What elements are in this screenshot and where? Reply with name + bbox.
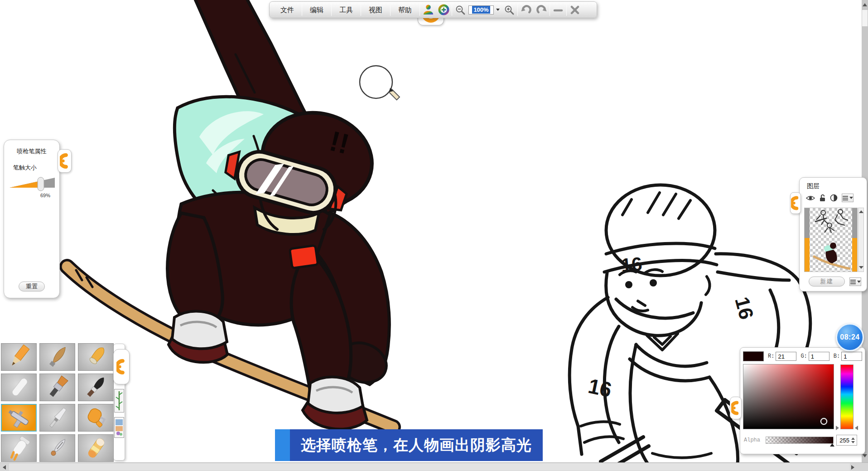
brush-cell-pencil[interactable] [1, 343, 37, 371]
alpha-label: Alpha [744, 437, 760, 443]
g-input[interactable] [809, 352, 829, 361]
crescent-handle-icon [116, 359, 126, 374]
layer-thumbnail-lineart [810, 208, 853, 236]
undo-icon [520, 4, 532, 16]
layers-scrollbar[interactable] [858, 208, 864, 272]
spin-down-icon[interactable] [851, 441, 855, 443]
brush-cell-crayon[interactable] [78, 343, 114, 371]
crescent-handle-icon [791, 196, 800, 210]
hue-marker-left-icon [836, 426, 839, 430]
layers-thumbnail-list[interactable] [804, 208, 858, 272]
color-panel-collapse-handle[interactable] [730, 397, 742, 419]
brush-size-value: 69% [4, 193, 50, 198]
layers-menu-button[interactable] [842, 194, 854, 202]
menu-help[interactable]: 帮助 [391, 3, 419, 16]
menu-file[interactable]: 文件 [273, 3, 301, 16]
brush-cell-pointed-brush[interactable] [39, 343, 75, 371]
vertical-scrollbar-thumb[interactable] [862, 10, 868, 26]
flat-brush-icon [41, 375, 74, 400]
scroll-right-icon[interactable] [851, 465, 854, 470]
slider-handle[interactable] [38, 177, 44, 191]
layers-options-button[interactable] [849, 277, 861, 286]
rainbow-globe-button[interactable] [436, 3, 451, 17]
horizontal-scrollbar[interactable] [0, 462, 868, 471]
close-icon [569, 5, 580, 15]
rainbow-avatar-icon [422, 4, 434, 16]
tutorial-banner: 选择喷枪笔，在人物画出阴影高光 [275, 429, 543, 461]
rainbow-avatar-button[interactable] [420, 3, 436, 17]
layer-row-colored[interactable] [805, 238, 857, 272]
spin-up-icon[interactable] [851, 437, 855, 440]
layer-thumbnail-colored [810, 239, 853, 271]
banner-text: 选择喷枪笔，在人物画出阴影高光 [301, 435, 532, 456]
hue-marker-right-icon [855, 426, 858, 430]
reset-button[interactable]: 重置 [19, 282, 45, 291]
airbrush-icon [3, 405, 35, 431]
brush-cell-flat-brush[interactable] [39, 374, 75, 401]
saturation-value-picker[interactable] [743, 364, 834, 429]
close-button[interactable] [567, 3, 583, 17]
red-patch [289, 245, 318, 268]
r-label: R: [768, 353, 774, 359]
contrast-icon[interactable] [830, 194, 838, 202]
palette-knife-icon [41, 405, 74, 431]
new-layer-button[interactable]: 新建 [809, 277, 845, 286]
eye-icon[interactable] [806, 195, 815, 201]
list-icon [843, 196, 848, 200]
alpha-spinner[interactable] [836, 435, 857, 446]
toolbar-separator [361, 4, 361, 16]
artwork-thumbnail-button[interactable] [114, 417, 124, 438]
b-label: B: [834, 353, 840, 359]
toolbar-separator [420, 4, 420, 16]
brush-cell-paint-tube[interactable] [1, 434, 37, 462]
hockey-number-left-sleeve: 16 [586, 374, 614, 402]
brush-cell-nib-pen[interactable] [39, 434, 75, 462]
brush-cell-eraser[interactable] [78, 434, 114, 462]
horizontal-scrollbar-track[interactable] [9, 463, 850, 471]
banner-accent-block [275, 429, 290, 461]
b-input[interactable] [841, 352, 862, 361]
props-panel-collapse-handle[interactable] [58, 149, 72, 173]
brush-cell-paint-roller[interactable] [78, 404, 114, 432]
chevron-down-icon [849, 197, 853, 199]
scroll-down-icon[interactable] [859, 266, 863, 269]
menu-tools[interactable]: 工具 [332, 3, 360, 16]
brush-cell-airbrush[interactable] [1, 404, 37, 432]
redo-button[interactable] [534, 3, 549, 17]
scroll-down-icon[interactable] [863, 454, 867, 457]
toolbar-separator [550, 4, 550, 16]
brush-cell-palette-knife[interactable] [39, 404, 75, 432]
layer-row-lineart[interactable] [805, 208, 857, 238]
minimize-button[interactable] [550, 3, 566, 17]
zoom-level-dropdown[interactable] [494, 3, 502, 17]
hue-slider[interactable] [840, 364, 854, 429]
scroll-up-icon[interactable] [859, 210, 863, 213]
zoom-level-input[interactable]: 100% [468, 5, 494, 15]
unlock-icon[interactable] [819, 194, 826, 202]
layers-panel-collapse-handle[interactable] [790, 192, 801, 214]
undo-button[interactable] [518, 3, 534, 17]
props-panel-title: 喷枪笔属性 [4, 147, 59, 155]
bamboo-thumbnail-button[interactable] [114, 389, 124, 413]
pointed-brush-icon [41, 345, 74, 370]
zoom-in-button[interactable] [502, 3, 517, 17]
menu-edit[interactable]: 编辑 [303, 3, 331, 16]
alpha-value-input[interactable] [837, 437, 849, 444]
scroll-left-icon[interactable] [3, 465, 6, 470]
scroll-up-icon[interactable] [863, 3, 867, 6]
r-input[interactable] [776, 352, 796, 361]
zoom-out-button[interactable] [453, 3, 468, 17]
main-toolbar: 文件 编辑 工具 视图 帮助 [269, 1, 597, 18]
brush-cell-ink-brush[interactable] [78, 374, 114, 401]
banner-body: 选择喷枪笔，在人物画出阴影高光 [290, 429, 543, 461]
menu-view[interactable]: 视图 [362, 3, 390, 16]
brush-size-slider[interactable] [10, 176, 55, 192]
redo-icon [535, 4, 548, 16]
alpha-slider[interactable] [766, 437, 834, 444]
brush-palette [1, 343, 114, 462]
chalk-icon [3, 375, 35, 400]
color-picker-cursor[interactable] [820, 418, 827, 425]
alpha-gradient [766, 437, 833, 443]
brush-cell-chalk[interactable] [1, 374, 37, 401]
palette-collapse-handle[interactable] [113, 349, 130, 384]
